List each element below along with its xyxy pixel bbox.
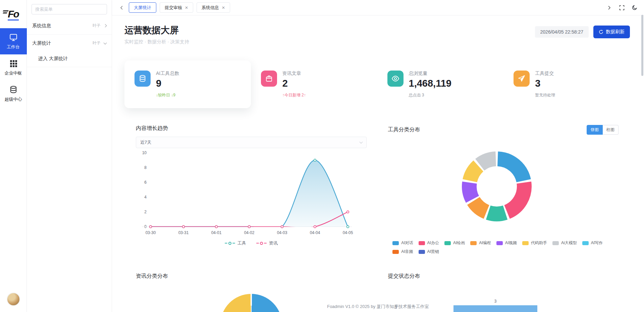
page-scrollbar xyxy=(641,0,644,312)
user-avatar[interactable] xyxy=(7,293,20,306)
timestamp: 2026/04/05 22:58:27 xyxy=(535,26,589,38)
stat-value: 1,468,119 xyxy=(409,78,451,89)
legend-swatch-icon xyxy=(522,241,529,245)
menu-group-系统信息[interactable]: 系统信息叶子 xyxy=(27,18,112,34)
line-chart: 024681003-3003-3104-0104-0204-0304-0404-… xyxy=(136,148,367,239)
stat-card-AI工具总数: AI工具总数 9 ↓较昨日 ↓9 xyxy=(124,60,251,108)
svg-text:04-01: 04-01 xyxy=(211,230,222,235)
panel-content-trend: 内容增长趋势 近7天 024681003-3003-3104-0104-0204… xyxy=(136,125,367,255)
main-area: 大屏统计提交审核✕系统信息✕ 运营数据大屏 实时监控 · 数据分析 · 决策支持 xyxy=(112,0,644,312)
stat-value: 2 xyxy=(282,78,306,89)
svg-text:04-04: 04-04 xyxy=(310,230,320,235)
legend-item-AI写作[interactable]: AI写作 xyxy=(582,240,603,246)
legend-swatch-icon xyxy=(419,241,425,245)
donut-chart xyxy=(388,136,619,238)
stat-card-总浏览量: 总浏览量 1,468,119 总点击 3 xyxy=(377,60,504,108)
chevron-down-icon xyxy=(359,140,363,144)
chevron-down-icon xyxy=(104,41,107,44)
stat-value: 9 xyxy=(156,78,179,89)
tabs-scroll-right-icon[interactable] xyxy=(606,4,612,11)
chevron-right-icon xyxy=(104,24,107,28)
page-title: 运营数据大屏 xyxy=(124,24,189,36)
legend-item-Ai大模型[interactable]: Ai大模型 xyxy=(552,240,577,246)
svg-text:2: 2 xyxy=(144,210,147,214)
legend-item-AI音频[interactable]: AI音频 xyxy=(392,249,413,255)
page-content: 运营数据大屏 实时监控 · 数据分析 · 决策支持 2026/04/05 22:… xyxy=(112,15,644,312)
legend-item-AI对话[interactable]: AI对话 xyxy=(392,240,413,246)
svg-text:03-31: 03-31 xyxy=(178,230,189,235)
legend-item-AI视频[interactable]: AI视频 xyxy=(496,240,517,246)
legend-item-AI营销[interactable]: AI营销 xyxy=(419,249,439,255)
submit-bar-chart: 33 xyxy=(388,295,619,312)
stat-sub: ↑今日新增 2↑ xyxy=(282,92,306,98)
svg-text:3: 3 xyxy=(494,299,496,304)
stat-value: 3 xyxy=(535,78,555,89)
stat-label: AI工具总数 xyxy=(156,71,179,77)
stat-label: 工具提交 xyxy=(535,71,555,77)
panel-title-trend: 内容增长趋势 xyxy=(136,125,168,132)
tab-bar: 大屏统计提交审核✕系统信息✕ xyxy=(112,0,644,15)
leaf-badge: 叶子 xyxy=(93,23,101,29)
toggle-柱图[interactable]: 柱图 xyxy=(603,125,619,135)
tab-大屏统计[interactable]: 大屏统计 xyxy=(129,2,156,13)
range-select[interactable]: 近7天 xyxy=(136,137,367,148)
panel-news-category: 资讯分类分布 xyxy=(136,273,367,312)
svg-text:8: 8 xyxy=(144,165,147,170)
menu-group-大屏统计[interactable]: 大屏统计叶子 xyxy=(27,35,112,51)
icon-rail: Fo 工作台企业中枢超级中心 xyxy=(0,0,27,312)
panel-title-tools: 工具分类分布 xyxy=(388,126,420,133)
legend-swatch-icon xyxy=(444,241,451,245)
svg-text:03-30: 03-30 xyxy=(146,230,156,235)
rail-item-工作台[interactable]: 工作台 xyxy=(0,28,27,54)
fullscreen-icon[interactable] xyxy=(619,4,625,11)
dark-mode-moon-icon[interactable] xyxy=(631,4,638,11)
legend-item-AI办公[interactable]: AI办公 xyxy=(419,240,439,246)
news-pie-chart xyxy=(220,294,282,312)
legend-item-资讯[interactable]: 资讯 xyxy=(256,240,278,246)
legend-swatch-icon xyxy=(582,241,589,245)
scrollbar-thumb[interactable] xyxy=(641,15,643,76)
menu-search-input[interactable] xyxy=(32,4,107,14)
refresh-icon xyxy=(599,30,603,34)
svg-text:4: 4 xyxy=(144,195,147,199)
tab-提交审核[interactable]: 提交审核✕ xyxy=(160,2,193,13)
legend-ring-icon xyxy=(228,242,231,245)
svg-text:04-02: 04-02 xyxy=(244,230,255,235)
menu-item-进入 大屏统计[interactable]: 进入 大屏统计 xyxy=(27,51,112,66)
leaf-badge: 叶子 xyxy=(93,40,101,46)
legend-item-AI编程[interactable]: AI编程 xyxy=(470,240,491,246)
legend-item-代码助手[interactable]: 代码助手 xyxy=(522,240,547,246)
legend-item-工具[interactable]: 工具 xyxy=(225,240,246,246)
legend-swatch-icon xyxy=(552,241,559,245)
eye-icon xyxy=(387,71,404,87)
rail-item-企业中枢[interactable]: 企业中枢 xyxy=(0,54,27,81)
stat-label: 总浏览量 xyxy=(409,71,451,77)
stat-sub: ↓较昨日 ↓9 xyxy=(156,92,179,98)
tab-系统信息[interactable]: 系统信息✕ xyxy=(197,2,230,13)
send-icon xyxy=(514,71,530,87)
stat-sub: 总点击 3 xyxy=(409,92,451,98)
rail-item-超级中心[interactable]: 超级中心 xyxy=(0,81,27,107)
legend-ring-icon xyxy=(260,242,263,245)
app-logo[interactable]: Fo xyxy=(0,0,27,28)
tab-close-icon[interactable]: ✕ xyxy=(222,6,225,10)
panel-submit-status: 提交状态分布 33 xyxy=(388,273,619,312)
app-logo-text: Fo xyxy=(8,8,19,20)
stat-sub: 暂无待处理 xyxy=(535,92,555,98)
legend-item-AI绘画[interactable]: AI绘画 xyxy=(444,240,465,246)
svg-text:04-05: 04-05 xyxy=(343,230,353,235)
database-icon xyxy=(9,85,18,94)
divider xyxy=(27,34,112,35)
stat-card-工具提交: 工具提交 3 暂无待处理 xyxy=(503,60,630,108)
legend-swatch-icon xyxy=(470,241,477,245)
legend-swatch-icon xyxy=(419,250,425,254)
menu-sidebar: 系统信息叶子大屏统计叶子进入 大屏统计 xyxy=(27,0,112,312)
toggle-饼图[interactable]: 饼图 xyxy=(587,125,603,135)
database-icon xyxy=(135,71,151,87)
tabs-scroll-left-icon[interactable] xyxy=(118,4,125,11)
stat-label: 资讯文章 xyxy=(282,71,306,77)
stat-card-资讯文章: 资讯文章 2 ↑今日新增 2↑ xyxy=(251,60,377,108)
archive-icon xyxy=(261,71,277,87)
tab-close-icon[interactable]: ✕ xyxy=(185,6,188,10)
data-refresh-button[interactable]: 数据刷新 xyxy=(593,26,630,38)
